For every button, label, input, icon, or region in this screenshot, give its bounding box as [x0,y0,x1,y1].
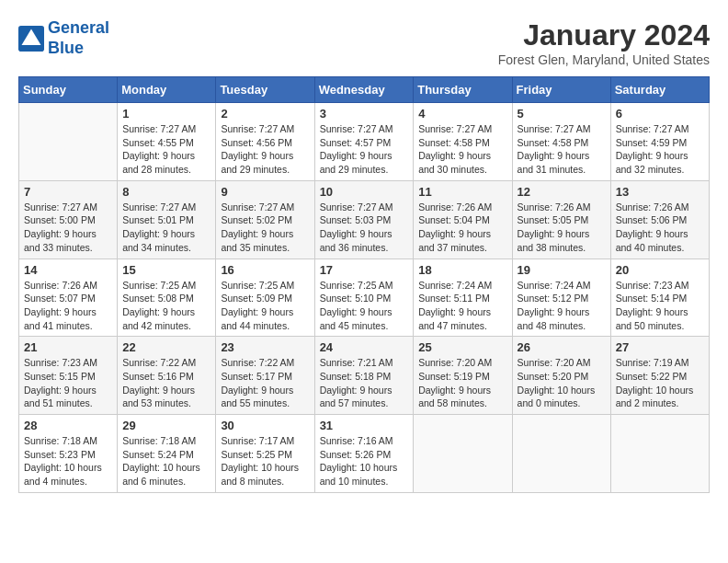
calendar-cell: 19Sunrise: 7:24 AMSunset: 5:12 PMDayligh… [512,259,610,337]
calendar-table: SundayMondayTuesdayWednesdayThursdayFrid… [18,76,710,493]
cell-info: Sunrise: 7:26 AMSunset: 5:05 PMDaylight:… [518,201,606,255]
calendar-cell: 5Sunrise: 7:27 AMSunset: 4:58 PMDaylight… [512,103,610,181]
calendar-cell: 21Sunrise: 7:23 AMSunset: 5:15 PMDayligh… [19,337,118,415]
calendar-cell: 22Sunrise: 7:22 AMSunset: 5:16 PMDayligh… [118,337,216,415]
day-number: 24 [320,340,409,354]
calendar-cell: 25Sunrise: 7:20 AMSunset: 5:19 PMDayligh… [414,337,512,415]
weekday-header: Tuesday [216,77,314,103]
cell-info: Sunrise: 7:23 AMSunset: 5:15 PMDaylight:… [24,356,112,410]
location: Forest Glen, Maryland, United States [498,52,710,67]
logo-icon [18,26,44,52]
cell-info: Sunrise: 7:26 AMSunset: 5:07 PMDaylight:… [24,279,112,333]
calendar-cell [610,415,709,493]
day-number: 17 [320,263,409,277]
day-number: 3 [320,107,409,121]
cell-info: Sunrise: 7:24 AMSunset: 5:12 PMDaylight:… [518,279,606,333]
cell-info: Sunrise: 7:27 AMSunset: 4:56 PMDaylight:… [221,122,309,177]
cell-info: Sunrise: 7:20 AMSunset: 5:20 PMDaylight:… [518,356,606,410]
cell-info: Sunrise: 7:25 AMSunset: 5:10 PMDaylight:… [320,279,409,333]
calendar-week-row: 28Sunrise: 7:18 AMSunset: 5:23 PMDayligh… [19,415,710,493]
day-number: 15 [122,263,210,277]
cell-info: Sunrise: 7:27 AMSunset: 5:00 PMDaylight:… [24,201,112,255]
calendar-cell: 10Sunrise: 7:27 AMSunset: 5:03 PMDayligh… [314,180,414,259]
cell-info: Sunrise: 7:27 AMSunset: 4:57 PMDaylight:… [320,122,409,177]
calendar-cell: 20Sunrise: 7:23 AMSunset: 5:14 PMDayligh… [610,259,709,337]
logo-line1: General [48,18,109,37]
day-number: 7 [24,185,112,199]
calendar-week-row: 7Sunrise: 7:27 AMSunset: 5:00 PMDaylight… [19,180,710,259]
calendar-cell: 12Sunrise: 7:26 AMSunset: 5:05 PMDayligh… [512,180,610,259]
day-number: 12 [518,185,606,199]
calendar-cell: 16Sunrise: 7:25 AMSunset: 5:09 PMDayligh… [216,259,314,337]
day-number: 22 [122,340,210,354]
cell-info: Sunrise: 7:16 AMSunset: 5:26 PMDaylight:… [320,434,409,488]
calendar-cell: 7Sunrise: 7:27 AMSunset: 5:00 PMDaylight… [19,180,118,259]
day-number: 21 [24,340,112,354]
calendar-cell: 26Sunrise: 7:20 AMSunset: 5:20 PMDayligh… [512,337,610,415]
cell-info: Sunrise: 7:25 AMSunset: 5:08 PMDaylight:… [122,279,210,333]
day-number: 20 [616,263,704,277]
day-number: 18 [418,263,506,277]
cell-info: Sunrise: 7:20 AMSunset: 5:19 PMDaylight:… [418,356,506,410]
calendar-week-row: 1Sunrise: 7:27 AMSunset: 4:55 PMDaylight… [19,103,710,181]
calendar-cell: 27Sunrise: 7:19 AMSunset: 5:22 PMDayligh… [610,337,709,415]
cell-info: Sunrise: 7:24 AMSunset: 5:11 PMDaylight:… [418,279,506,333]
day-number: 23 [221,340,309,354]
day-number: 10 [320,185,409,199]
calendar-cell: 24Sunrise: 7:21 AMSunset: 5:18 PMDayligh… [314,337,414,415]
cell-info: Sunrise: 7:26 AMSunset: 5:06 PMDaylight:… [616,201,704,255]
weekday-header: Saturday [610,77,709,103]
page-header: General Blue January 2024 Forest Glen, M… [18,18,710,67]
cell-info: Sunrise: 7:27 AMSunset: 5:03 PMDaylight:… [320,201,409,255]
calendar-cell: 11Sunrise: 7:26 AMSunset: 5:04 PMDayligh… [414,180,512,259]
calendar-cell [512,415,610,493]
calendar-week-row: 21Sunrise: 7:23 AMSunset: 5:15 PMDayligh… [19,337,710,415]
cell-info: Sunrise: 7:26 AMSunset: 5:04 PMDaylight:… [418,201,506,255]
weekday-header: Monday [118,77,216,103]
calendar-cell: 31Sunrise: 7:16 AMSunset: 5:26 PMDayligh… [314,415,414,493]
calendar-cell: 8Sunrise: 7:27 AMSunset: 5:01 PMDaylight… [118,180,216,259]
day-number: 6 [616,107,704,121]
cell-info: Sunrise: 7:23 AMSunset: 5:14 PMDaylight:… [616,279,704,333]
day-number: 13 [616,185,704,199]
logo: General Blue [18,18,109,58]
day-number: 5 [518,107,606,121]
cell-info: Sunrise: 7:21 AMSunset: 5:18 PMDaylight:… [320,356,409,410]
cell-info: Sunrise: 7:27 AMSunset: 4:59 PMDaylight:… [616,122,704,177]
title-block: January 2024 Forest Glen, Maryland, Unit… [498,18,710,67]
cell-info: Sunrise: 7:27 AMSunset: 5:01 PMDaylight:… [122,201,210,255]
calendar-cell: 9Sunrise: 7:27 AMSunset: 5:02 PMDaylight… [216,180,314,259]
logo-text: General Blue [48,18,109,58]
cell-info: Sunrise: 7:27 AMSunset: 5:02 PMDaylight:… [221,201,309,255]
cell-info: Sunrise: 7:27 AMSunset: 4:58 PMDaylight:… [418,122,506,177]
calendar-cell: 6Sunrise: 7:27 AMSunset: 4:59 PMDaylight… [610,103,709,181]
day-number: 14 [24,263,112,277]
cell-info: Sunrise: 7:27 AMSunset: 4:55 PMDaylight:… [122,122,210,177]
day-number: 31 [320,419,409,432]
calendar-cell: 30Sunrise: 7:17 AMSunset: 5:25 PMDayligh… [216,415,314,493]
cell-info: Sunrise: 7:22 AMSunset: 5:16 PMDaylight:… [122,356,210,410]
day-number: 4 [418,107,506,121]
cell-info: Sunrise: 7:27 AMSunset: 4:58 PMDaylight:… [518,122,606,177]
cell-info: Sunrise: 7:18 AMSunset: 5:24 PMDaylight:… [122,434,210,488]
day-number: 30 [221,419,309,432]
calendar-header-row: SundayMondayTuesdayWednesdayThursdayFrid… [19,77,710,103]
cell-info: Sunrise: 7:18 AMSunset: 5:23 PMDaylight:… [24,434,112,488]
day-number: 25 [418,340,506,354]
calendar-body: 1Sunrise: 7:27 AMSunset: 4:55 PMDaylight… [19,103,710,493]
calendar-cell [414,415,512,493]
calendar-cell: 29Sunrise: 7:18 AMSunset: 5:24 PMDayligh… [118,415,216,493]
day-number: 19 [518,263,606,277]
calendar-week-row: 14Sunrise: 7:26 AMSunset: 5:07 PMDayligh… [19,259,710,337]
cell-info: Sunrise: 7:22 AMSunset: 5:17 PMDaylight:… [221,356,309,410]
calendar-cell: 17Sunrise: 7:25 AMSunset: 5:10 PMDayligh… [314,259,414,337]
calendar-cell: 15Sunrise: 7:25 AMSunset: 5:08 PMDayligh… [118,259,216,337]
weekday-header: Wednesday [314,77,414,103]
calendar-cell: 23Sunrise: 7:22 AMSunset: 5:17 PMDayligh… [216,337,314,415]
day-number: 26 [518,340,606,354]
day-number: 11 [418,185,506,199]
day-number: 1 [122,107,210,121]
day-number: 2 [221,107,309,121]
day-number: 9 [221,185,309,199]
day-number: 27 [616,340,704,354]
